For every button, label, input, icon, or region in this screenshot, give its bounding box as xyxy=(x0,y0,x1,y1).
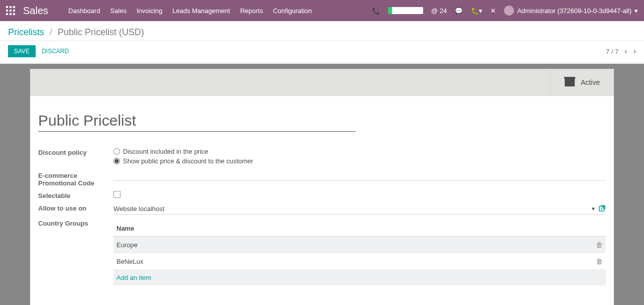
save-button[interactable]: SAVE xyxy=(8,45,36,57)
user-menu[interactable]: Administrator (372609-10-0-3d9447-all) ▾ xyxy=(504,6,638,16)
radio-discount-included-label: Discount included in the price xyxy=(123,148,208,155)
svg-rect-8 xyxy=(13,13,15,15)
nav-dashboard[interactable]: Dashboard xyxy=(68,7,100,15)
label-ecommerce: E-commerce Promotional Code xyxy=(38,171,113,187)
pager-next[interactable]: › xyxy=(633,47,636,56)
radio-discount-included-input[interactable] xyxy=(113,148,120,155)
breadcrumb-sep: / xyxy=(50,27,52,37)
label-discount-policy: Discount policy xyxy=(38,148,113,156)
nav-configuration[interactable]: Configuration xyxy=(273,7,312,15)
sheet: Active Discount policy Discount included… xyxy=(30,69,614,305)
table-cell-name: BeNeLux xyxy=(116,258,596,265)
delete-row-icon[interactable]: 🗑 xyxy=(596,257,603,265)
chevron-down-icon[interactable]: ▼ xyxy=(591,206,596,212)
table-header-name: Name xyxy=(113,221,606,237)
content-outer: Active Discount policy Discount included… xyxy=(0,64,644,305)
selectable-checkbox[interactable] xyxy=(113,191,120,198)
breadcrumb-root[interactable]: Pricelists xyxy=(8,27,44,37)
svg-rect-4 xyxy=(10,10,12,12)
country-groups-table: Name Europe 🗑 BeNeLux 🗑 Add an item xyxy=(113,221,606,285)
phone-icon[interactable]: 📞 xyxy=(372,7,380,15)
topbar-right: 📞 @ 24 💬 🐛▾ ✕ Administrator (372609-10-0… xyxy=(372,6,638,16)
progress-fill xyxy=(388,7,392,14)
radio-show-public[interactable]: Show public price & discount to the cust… xyxy=(113,157,606,165)
svg-rect-1 xyxy=(10,6,12,8)
breadcrumb: Pricelists / Public Pricelist (USD) xyxy=(8,27,636,38)
tools-icon[interactable]: ✕ xyxy=(490,7,496,15)
table-cell-name: Europe xyxy=(116,241,596,249)
progress-bar[interactable] xyxy=(388,7,423,14)
radio-show-public-label: Show public price & discount to the cust… xyxy=(123,157,253,165)
active-toggle[interactable]: Active xyxy=(550,69,614,95)
delete-row-icon[interactable]: 🗑 xyxy=(596,241,603,249)
apps-icon[interactable] xyxy=(6,6,15,15)
archive-icon xyxy=(565,78,575,86)
table-row[interactable]: BeNeLux 🗑 xyxy=(113,253,606,270)
avatar xyxy=(504,6,514,16)
table-row[interactable]: Europe 🗑 xyxy=(113,237,606,253)
external-link-icon[interactable] xyxy=(599,205,606,213)
chat-icon[interactable]: 💬 xyxy=(455,7,463,15)
breadcrumb-bar: Pricelists / Public Pricelist (USD) xyxy=(0,21,644,41)
name-input[interactable] xyxy=(38,110,356,132)
breadcrumb-current: Public Pricelist (USD) xyxy=(58,27,144,37)
form-body: Discount policy Discount included in the… xyxy=(30,96,614,305)
user-name: Administrator (372609-10-0-3d9447-all) xyxy=(517,7,631,15)
nav-invoicing[interactable]: Invoicing xyxy=(137,7,162,15)
svg-rect-6 xyxy=(6,13,8,15)
ecommerce-code-input[interactable] xyxy=(113,171,606,178)
nav-sales[interactable]: Sales xyxy=(110,7,127,15)
debug-icon[interactable]: 🐛▾ xyxy=(471,7,482,15)
nav-leads[interactable]: Leads Management xyxy=(172,7,230,15)
pager: 7 / 7 ‹ › xyxy=(606,47,636,56)
pager-prev[interactable]: ‹ xyxy=(624,47,627,56)
active-label: Active xyxy=(581,78,600,86)
label-allow-use: Allow to use on xyxy=(38,204,113,212)
topbar: Sales Dashboard Sales Invoicing Leads Ma… xyxy=(0,0,644,21)
discard-button[interactable]: DISCARD xyxy=(36,45,75,57)
allow-use-value: Website localhost xyxy=(113,205,591,213)
svg-rect-5 xyxy=(13,10,15,12)
label-country-groups: Country Groups xyxy=(38,219,113,227)
svg-rect-7 xyxy=(10,13,12,15)
svg-rect-3 xyxy=(6,10,8,12)
radio-show-public-input[interactable] xyxy=(113,158,120,164)
add-item-link[interactable]: Add an item xyxy=(113,270,606,285)
allow-use-select[interactable]: Website localhost ▼ xyxy=(113,204,606,215)
nav-reports[interactable]: Reports xyxy=(240,7,263,15)
app-title[interactable]: Sales xyxy=(23,5,48,17)
pager-text: 7 / 7 xyxy=(606,48,618,55)
messages-icon[interactable]: @ 24 xyxy=(431,7,447,15)
label-selectable: Selectable xyxy=(38,191,113,199)
radio-discount-included[interactable]: Discount included in the price xyxy=(113,148,606,155)
svg-rect-2 xyxy=(13,6,15,8)
main-nav: Dashboard Sales Invoicing Leads Manageme… xyxy=(68,7,312,15)
svg-rect-0 xyxy=(6,6,8,8)
action-bar: SAVE DISCARD 7 / 7 ‹ › xyxy=(0,41,644,64)
statusbar: Active xyxy=(30,69,614,96)
chevron-down-icon: ▾ xyxy=(634,7,638,15)
